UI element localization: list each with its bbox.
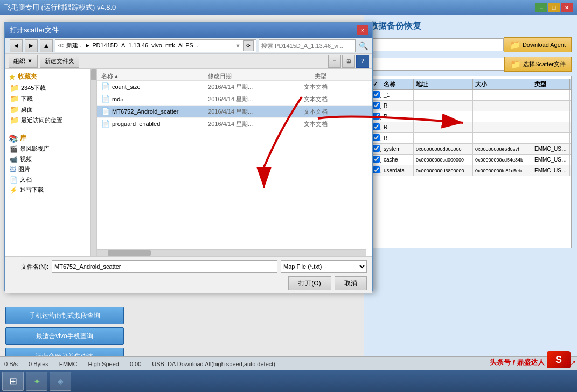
row-type: [532, 90, 570, 101]
path-breadcrumb: ≪ 新建... ► PD1415D_A_1.13.46_vivo_mtk_ALP…: [55, 39, 256, 52]
sidebar-scroll-thumb[interactable]: [91, 69, 96, 80]
path-refresh-button[interactable]: ⟳: [243, 40, 254, 51]
status-message: USB: DA Download All(high speed,auto det…: [152, 361, 275, 367]
h-scroll-thumb[interactable]: [108, 250, 151, 256]
maximize-button[interactable]: □: [548, 3, 560, 12]
da-row: _DA.bin 📁 Download Agent: [370, 37, 572, 52]
row-type: EMMC_USER: [532, 165, 570, 176]
file-type-1: 文本文档: [304, 83, 368, 91]
file-date-1: 2016/4/14 星期...: [208, 83, 304, 91]
table-row[interactable]: userdata 0x00000000d6800000 0x00000000fc…: [371, 165, 572, 176]
col-type: 类型: [532, 79, 570, 90]
table-row[interactable]: R D:\BaiduNetdiskDownload\X6D(PD1415D)刷机…: [371, 133, 572, 144]
libs-header[interactable]: 📚 库: [8, 132, 94, 144]
file-date-3: 2016/4/14 星期...: [208, 108, 304, 116]
sidebar-item-recent[interactable]: 📁 最近访问的位置: [8, 115, 94, 125]
row-checkbox[interactable]: [373, 91, 380, 98]
row-checkbox[interactable]: [373, 102, 380, 109]
organize-button[interactable]: 组织 ▼: [9, 55, 38, 68]
row-checkbox[interactable]: [373, 123, 380, 130]
view-list-button[interactable]: ≡: [328, 55, 341, 68]
docs-icon: 📄: [10, 176, 18, 184]
folder-icon-3: 📁: [10, 105, 19, 114]
sidebar-item-docs[interactable]: 📄 文档: [8, 174, 94, 185]
search-input[interactable]: [259, 39, 356, 52]
minimize-button[interactable]: －: [535, 3, 547, 12]
sidebar-item-pictures[interactable]: 🖼 图片: [8, 164, 94, 174]
sidebar-item-video-label: 视频: [20, 155, 32, 163]
file-row-3[interactable]: 📄 MT6752_Android_scatter 2016/4/14 星期...…: [97, 106, 372, 118]
sidebar-item-docs-label: 文档: [20, 176, 32, 184]
status-speed: 0 B/s: [4, 361, 18, 367]
download-agent-button[interactable]: 📁 Download Agent: [504, 37, 572, 52]
query-btn-2[interactable]: 最适合vivo手机查询: [5, 327, 124, 345]
taskbar-item-3[interactable]: ◈: [50, 372, 71, 391]
row-checkbox[interactable]: [373, 156, 380, 163]
col-name-header[interactable]: 名称 ▲: [101, 72, 208, 80]
col-date-header[interactable]: 修改日期: [208, 72, 315, 80]
scatter-input[interactable]: 通刷\新建文件夹\PD1415D_A_1.13.4: [370, 58, 504, 71]
sidebar-item-desktop[interactable]: 📁 桌面: [8, 104, 94, 115]
open-button[interactable]: 打开(O): [288, 276, 331, 290]
row-checkbox[interactable]: [373, 113, 380, 120]
status-time: 0:00: [130, 361, 141, 367]
zhong-text: 中↗: [563, 359, 576, 368]
scatter-button[interactable]: 📁 选择Scatter文件: [504, 57, 572, 72]
sidebar-item-video[interactable]: 📹 视频: [8, 154, 94, 164]
view-grid-button[interactable]: ⊞: [342, 55, 355, 68]
right-panel-title: 数据备份恢复: [370, 20, 572, 32]
row-path: D:\BaiduNetdiskDownload\X6D(PD1415D)刷机解.…: [570, 101, 572, 111]
file-row-2[interactable]: 📄 md5 2016/4/14 星期... 文本文档: [97, 93, 372, 106]
filename-input[interactable]: [52, 260, 277, 273]
row-end: 0x00000008e6d027f: [473, 144, 532, 155]
row-name: cache: [381, 155, 414, 165]
sidebar-item-download-label: 下载: [21, 95, 33, 103]
col-path: 位置: [570, 79, 572, 90]
sidebar-divider: [8, 130, 94, 130]
row-checkbox[interactable]: [373, 166, 380, 173]
col-type-header[interactable]: 类型: [315, 72, 368, 80]
file-row-4[interactable]: 📄 proguard_enabled 2016/4/14 星期... 文本文档: [97, 118, 372, 130]
table-row[interactable]: _1 D:\BaiduNetdiskDownload\X6D(PD1415D)刷…: [371, 90, 572, 101]
dialog-close-button[interactable]: ×: [357, 25, 368, 35]
taskbar-item-1[interactable]: ⊞: [2, 372, 24, 391]
help-button[interactable]: ?: [356, 55, 369, 68]
row-name: R: [381, 133, 414, 144]
sidebar-item-2345[interactable]: 📁 2345下载: [8, 82, 94, 93]
row-checkbox[interactable]: [373, 134, 380, 141]
up-button[interactable]: ▲: [40, 39, 53, 52]
status-bytes: 0 Bytes: [29, 361, 48, 367]
sidebar-item-thunder[interactable]: ⚡ 迅雷下载: [8, 185, 94, 195]
query-btn-1[interactable]: 手机运营商制式频段查询: [5, 307, 124, 324]
table-row[interactable]: R D:\BaiduNetdiskDownload\X6D(PD1415D)刷机…: [371, 122, 572, 133]
folder-icon: 📁: [10, 83, 19, 92]
sidebar-item-download[interactable]: 📁 下载: [8, 93, 94, 104]
sidebar-item-media[interactable]: 🎬 暴风影视库: [8, 144, 94, 154]
row-checkbox[interactable]: [373, 145, 380, 152]
status-mode: High Speed: [88, 361, 119, 367]
row-end: 0x00000000cd54e34b: [473, 155, 532, 165]
forward-button[interactable]: ►: [25, 39, 38, 52]
file-icon-2: 📄: [101, 95, 110, 103]
table-row[interactable]: R D:\BaiduNetdiskDownload\X6D(PD1415D)刷机…: [371, 111, 572, 122]
cancel-button[interactable]: 取消: [335, 276, 367, 290]
favorites-header[interactable]: ★ 收藏夹: [8, 71, 94, 82]
row-path: D:\BaiduNetdiskDownload\X6D(PD1415D)刷机解.…: [570, 155, 572, 165]
back-button[interactable]: ◄: [10, 39, 23, 52]
table-row[interactable]: cache 0x00000000cd000000 0x00000000cd54e…: [371, 155, 572, 165]
file-name-4: proguard_enabled: [112, 121, 208, 127]
table-row[interactable]: R D:\BaiduNetdiskDownload\X6D(PD1415D)刷机…: [371, 101, 572, 111]
close-button[interactable]: ×: [561, 3, 573, 12]
file-row-1[interactable]: 📄 count_size 2016/4/14 星期... 文本文档: [97, 81, 372, 93]
taskbar-item-2[interactable]: ✦: [26, 372, 47, 391]
da-input[interactable]: _DA.bin: [370, 38, 504, 51]
row-name: _1: [381, 90, 414, 101]
table-row[interactable]: system 0x00000000d000000 0x00000008e6d02…: [371, 144, 572, 155]
row-name: userdata: [381, 165, 414, 176]
filetype-select[interactable]: Map File (*.txt): [281, 260, 367, 273]
sidebar-scrollbar[interactable]: [90, 69, 96, 256]
new-folder-button[interactable]: 新建文件夹: [40, 55, 79, 68]
dialog-toolbar: ◄ ► ▲ ≪ 新建... ► PD1415D_A_1.13.46_vivo_m…: [5, 38, 372, 54]
h-scrollbar[interactable]: [97, 249, 366, 256]
media-icon: 🎬: [10, 145, 18, 153]
